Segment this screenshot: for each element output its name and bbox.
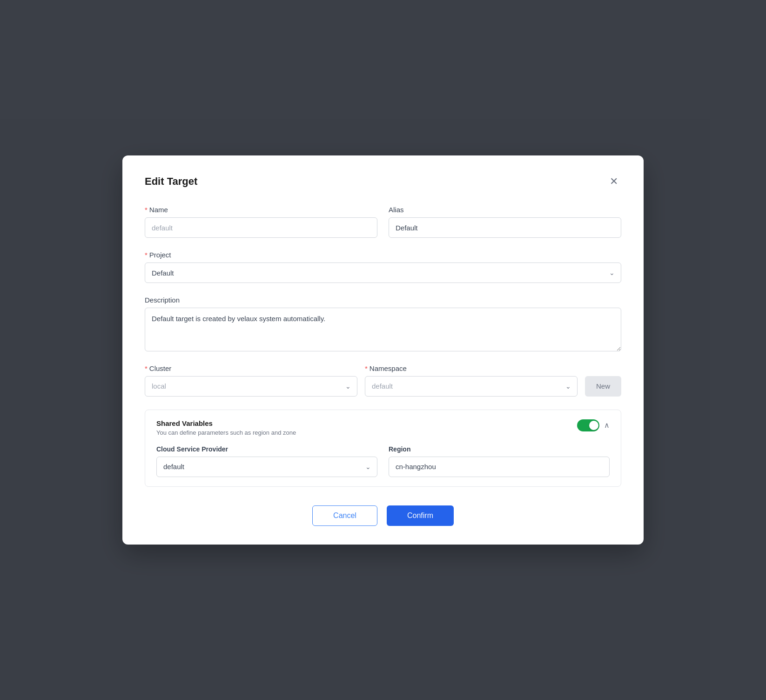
modal-title: Edit Target (145, 175, 197, 188)
close-button[interactable]: ✕ (606, 174, 621, 189)
new-button[interactable]: New (585, 376, 621, 397)
namespace-select-wrapper: default ⌄ (365, 376, 578, 397)
description-label: Description (145, 296, 621, 304)
shared-variables-title: Shared Variables (156, 419, 296, 427)
shared-variables-header: Shared Variables You can define paramete… (156, 419, 610, 436)
cluster-group: * Cluster local ⌄ (145, 364, 357, 397)
cluster-namespace-row: * Cluster local ⌄ * Namespace defau (145, 364, 621, 397)
project-required-star: * (145, 251, 148, 259)
namespace-select[interactable]: default (365, 376, 578, 397)
edit-target-modal: Edit Target ✕ * Name Alias * (122, 155, 644, 545)
region-label: Region (389, 445, 610, 453)
alias-input[interactable] (389, 217, 621, 238)
cancel-button[interactable]: Cancel (312, 505, 377, 526)
shared-variables-content: Cloud Service Provider default ⌄ Region (156, 445, 610, 477)
namespace-label: * Namespace (365, 364, 578, 372)
namespace-group: * Namespace default ⌄ (365, 364, 578, 397)
toggle-slider (577, 419, 599, 431)
modal-overlay: Edit Target ✕ * Name Alias * (0, 0, 766, 700)
namespace-required-star: * (365, 364, 368, 372)
description-textarea[interactable]: Default target is created by velaux syst… (145, 308, 621, 351)
alias-group: Alias (389, 206, 621, 238)
collapse-icon[interactable]: ∧ (604, 421, 610, 430)
description-group: Description Default target is created by… (145, 296, 621, 351)
close-icon: ✕ (610, 175, 618, 188)
project-row: * Project Default ⌄ (145, 251, 621, 283)
name-alias-row: * Name Alias (145, 206, 621, 238)
shared-variables-desc: You can define parameters such as region… (156, 429, 296, 436)
region-input[interactable] (389, 457, 610, 477)
alias-label: Alias (389, 206, 621, 214)
cloud-service-provider-group: Cloud Service Provider default ⌄ (156, 445, 377, 477)
description-row: Description Default target is created by… (145, 296, 621, 351)
project-select-wrapper: Default ⌄ (145, 262, 621, 283)
project-label: * Project (145, 251, 621, 259)
name-required-star: * (145, 206, 148, 214)
cluster-select-wrapper: local ⌄ (145, 376, 357, 397)
cluster-required-star: * (145, 364, 148, 372)
shared-variables-title-group: Shared Variables You can define paramete… (156, 419, 296, 436)
toggle-collapse-group: ∧ (577, 419, 610, 431)
confirm-button[interactable]: Confirm (387, 505, 454, 526)
region-group: Region (389, 445, 610, 477)
shared-variables-toggle[interactable] (577, 419, 599, 431)
project-select[interactable]: Default (145, 262, 621, 283)
cloud-service-provider-label: Cloud Service Provider (156, 445, 377, 453)
name-group: * Name (145, 206, 377, 238)
name-label: * Name (145, 206, 377, 214)
cluster-select[interactable]: local (145, 376, 357, 397)
cluster-label: * Cluster (145, 364, 357, 372)
name-input[interactable] (145, 217, 377, 238)
cloud-provider-select-wrapper: default ⌄ (156, 457, 377, 477)
shared-variables-box: Shared Variables You can define paramete… (145, 410, 621, 487)
project-group: * Project Default ⌄ (145, 251, 621, 283)
modal-header: Edit Target ✕ (145, 174, 621, 189)
cloud-provider-select[interactable]: default (156, 457, 377, 477)
modal-footer: Cancel Confirm (145, 502, 621, 526)
